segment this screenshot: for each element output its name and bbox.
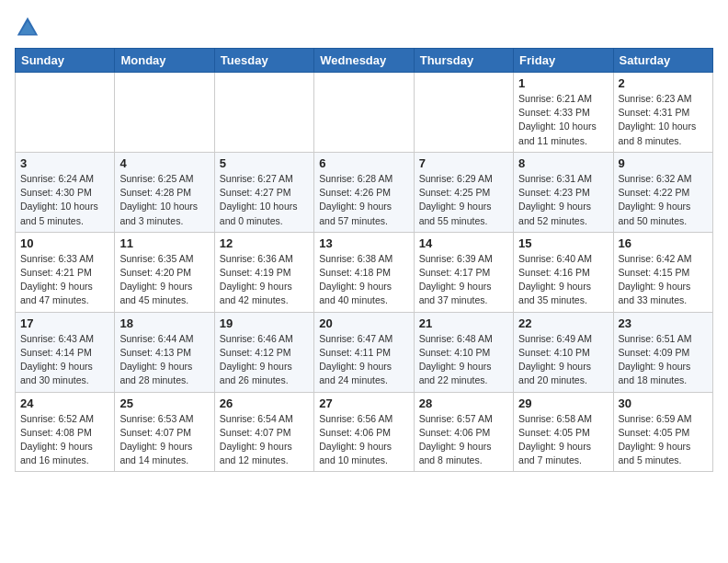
calendar-cell: 9Sunrise: 6:32 AM Sunset: 4:22 PM Daylig… bbox=[613, 152, 712, 232]
day-info: Sunrise: 6:31 AM Sunset: 4:23 PM Dayligh… bbox=[518, 172, 608, 228]
day-info: Sunrise: 6:29 AM Sunset: 4:25 PM Dayligh… bbox=[419, 172, 508, 228]
logo-icon bbox=[15, 15, 40, 40]
header-day-wednesday: Wednesday bbox=[314, 49, 414, 73]
header-day-saturday: Saturday bbox=[613, 49, 712, 73]
day-number: 9 bbox=[619, 156, 708, 170]
day-info: Sunrise: 6:52 AM Sunset: 4:08 PM Dayligh… bbox=[20, 412, 109, 468]
day-number: 27 bbox=[319, 396, 408, 410]
day-info: Sunrise: 6:46 AM Sunset: 4:12 PM Dayligh… bbox=[220, 332, 309, 388]
day-info: Sunrise: 6:53 AM Sunset: 4:07 PM Dayligh… bbox=[119, 412, 209, 468]
day-number: 30 bbox=[619, 396, 708, 410]
day-info: Sunrise: 6:35 AM Sunset: 4:20 PM Dayligh… bbox=[119, 252, 209, 308]
calendar-cell bbox=[115, 73, 214, 153]
calendar-cell: 15Sunrise: 6:40 AM Sunset: 4:16 PM Dayli… bbox=[514, 232, 613, 312]
calendar-cell: 17Sunrise: 6:43 AM Sunset: 4:14 PM Dayli… bbox=[16, 312, 115, 392]
calendar-cell: 6Sunrise: 6:28 AM Sunset: 4:26 PM Daylig… bbox=[314, 152, 414, 232]
calendar-cell bbox=[16, 73, 115, 153]
calendar-cell: 20Sunrise: 6:47 AM Sunset: 4:11 PM Dayli… bbox=[314, 312, 414, 392]
calendar-cell bbox=[214, 73, 313, 153]
day-info: Sunrise: 6:36 AM Sunset: 4:19 PM Dayligh… bbox=[220, 252, 309, 308]
day-info: Sunrise: 6:27 AM Sunset: 4:27 PM Dayligh… bbox=[220, 172, 309, 228]
calendar-cell bbox=[314, 73, 414, 153]
calendar-week-row: 1Sunrise: 6:21 AM Sunset: 4:33 PM Daylig… bbox=[16, 73, 713, 153]
day-info: Sunrise: 6:43 AM Sunset: 4:14 PM Dayligh… bbox=[20, 332, 109, 388]
day-number: 12 bbox=[220, 236, 309, 250]
day-number: 24 bbox=[20, 396, 109, 410]
calendar-week-row: 3Sunrise: 6:24 AM Sunset: 4:30 PM Daylig… bbox=[16, 152, 713, 232]
calendar-cell: 13Sunrise: 6:38 AM Sunset: 4:18 PM Dayli… bbox=[314, 232, 414, 312]
calendar-cell: 5Sunrise: 6:27 AM Sunset: 4:27 PM Daylig… bbox=[214, 152, 313, 232]
calendar-cell: 19Sunrise: 6:46 AM Sunset: 4:12 PM Dayli… bbox=[214, 312, 313, 392]
day-number: 25 bbox=[119, 396, 209, 410]
day-number: 28 bbox=[419, 396, 508, 410]
day-number: 18 bbox=[119, 316, 209, 330]
header-day-thursday: Thursday bbox=[414, 49, 513, 73]
calendar-cell: 1Sunrise: 6:21 AM Sunset: 4:33 PM Daylig… bbox=[514, 73, 613, 153]
calendar-cell: 25Sunrise: 6:53 AM Sunset: 4:07 PM Dayli… bbox=[115, 392, 214, 472]
day-number: 22 bbox=[518, 316, 608, 330]
calendar-cell: 3Sunrise: 6:24 AM Sunset: 4:30 PM Daylig… bbox=[16, 152, 115, 232]
calendar-cell: 10Sunrise: 6:33 AM Sunset: 4:21 PM Dayli… bbox=[16, 232, 115, 312]
day-number: 17 bbox=[20, 316, 109, 330]
day-info: Sunrise: 6:57 AM Sunset: 4:06 PM Dayligh… bbox=[419, 412, 508, 468]
calendar-cell: 26Sunrise: 6:54 AM Sunset: 4:07 PM Dayli… bbox=[214, 392, 313, 472]
day-info: Sunrise: 6:42 AM Sunset: 4:15 PM Dayligh… bbox=[619, 252, 708, 308]
day-number: 4 bbox=[119, 156, 209, 170]
day-info: Sunrise: 6:44 AM Sunset: 4:13 PM Dayligh… bbox=[119, 332, 209, 388]
calendar-cell: 28Sunrise: 6:57 AM Sunset: 4:06 PM Dayli… bbox=[414, 392, 513, 472]
header-day-tuesday: Tuesday bbox=[214, 49, 313, 73]
calendar-table: SundayMondayTuesdayWednesdayThursdayFrid… bbox=[15, 48, 713, 472]
calendar-header-row: SundayMondayTuesdayWednesdayThursdayFrid… bbox=[16, 49, 713, 73]
day-info: Sunrise: 6:32 AM Sunset: 4:22 PM Dayligh… bbox=[619, 172, 708, 228]
day-number: 14 bbox=[419, 236, 508, 250]
day-info: Sunrise: 6:23 AM Sunset: 4:31 PM Dayligh… bbox=[619, 92, 708, 148]
calendar-cell: 4Sunrise: 6:25 AM Sunset: 4:28 PM Daylig… bbox=[115, 152, 214, 232]
calendar-cell: 2Sunrise: 6:23 AM Sunset: 4:31 PM Daylig… bbox=[613, 73, 712, 153]
day-info: Sunrise: 6:25 AM Sunset: 4:28 PM Dayligh… bbox=[119, 172, 209, 228]
header-day-sunday: Sunday bbox=[16, 49, 115, 73]
day-number: 6 bbox=[319, 156, 408, 170]
calendar-cell: 16Sunrise: 6:42 AM Sunset: 4:15 PM Dayli… bbox=[613, 232, 712, 312]
day-info: Sunrise: 6:33 AM Sunset: 4:21 PM Dayligh… bbox=[20, 252, 109, 308]
day-number: 3 bbox=[20, 156, 109, 170]
day-number: 26 bbox=[220, 396, 309, 410]
calendar-cell: 30Sunrise: 6:59 AM Sunset: 4:05 PM Dayli… bbox=[613, 392, 712, 472]
day-number: 23 bbox=[619, 316, 708, 330]
day-info: Sunrise: 6:21 AM Sunset: 4:33 PM Dayligh… bbox=[518, 92, 608, 148]
calendar-cell: 11Sunrise: 6:35 AM Sunset: 4:20 PM Dayli… bbox=[115, 232, 214, 312]
calendar-cell: 12Sunrise: 6:36 AM Sunset: 4:19 PM Dayli… bbox=[214, 232, 313, 312]
day-info: Sunrise: 6:47 AM Sunset: 4:11 PM Dayligh… bbox=[319, 332, 408, 388]
day-info: Sunrise: 6:28 AM Sunset: 4:26 PM Dayligh… bbox=[319, 172, 408, 228]
day-number: 15 bbox=[518, 236, 608, 250]
calendar-cell bbox=[414, 73, 513, 153]
day-info: Sunrise: 6:48 AM Sunset: 4:10 PM Dayligh… bbox=[419, 332, 508, 388]
calendar-cell: 18Sunrise: 6:44 AM Sunset: 4:13 PM Dayli… bbox=[115, 312, 214, 392]
calendar-cell: 21Sunrise: 6:48 AM Sunset: 4:10 PM Dayli… bbox=[414, 312, 513, 392]
calendar-week-row: 24Sunrise: 6:52 AM Sunset: 4:08 PM Dayli… bbox=[16, 392, 713, 472]
day-info: Sunrise: 6:58 AM Sunset: 4:05 PM Dayligh… bbox=[518, 412, 608, 468]
day-info: Sunrise: 6:39 AM Sunset: 4:17 PM Dayligh… bbox=[419, 252, 508, 308]
day-number: 5 bbox=[220, 156, 309, 170]
day-info: Sunrise: 6:24 AM Sunset: 4:30 PM Dayligh… bbox=[20, 172, 109, 228]
calendar-cell: 8Sunrise: 6:31 AM Sunset: 4:23 PM Daylig… bbox=[514, 152, 613, 232]
day-number: 2 bbox=[619, 76, 708, 90]
day-number: 7 bbox=[419, 156, 508, 170]
day-number: 11 bbox=[119, 236, 209, 250]
day-info: Sunrise: 6:49 AM Sunset: 4:10 PM Dayligh… bbox=[518, 332, 608, 388]
day-info: Sunrise: 6:51 AM Sunset: 4:09 PM Dayligh… bbox=[619, 332, 708, 388]
day-number: 8 bbox=[518, 156, 608, 170]
day-number: 16 bbox=[619, 236, 708, 250]
header-day-friday: Friday bbox=[514, 49, 613, 73]
day-number: 13 bbox=[319, 236, 408, 250]
calendar-cell: 14Sunrise: 6:39 AM Sunset: 4:17 PM Dayli… bbox=[414, 232, 513, 312]
header-day-monday: Monday bbox=[115, 49, 214, 73]
calendar-cell: 7Sunrise: 6:29 AM Sunset: 4:25 PM Daylig… bbox=[414, 152, 513, 232]
day-info: Sunrise: 6:59 AM Sunset: 4:05 PM Dayligh… bbox=[619, 412, 708, 468]
day-info: Sunrise: 6:54 AM Sunset: 4:07 PM Dayligh… bbox=[220, 412, 309, 468]
day-number: 21 bbox=[419, 316, 508, 330]
day-info: Sunrise: 6:40 AM Sunset: 4:16 PM Dayligh… bbox=[518, 252, 608, 308]
calendar-week-row: 17Sunrise: 6:43 AM Sunset: 4:14 PM Dayli… bbox=[16, 312, 713, 392]
day-number: 20 bbox=[319, 316, 408, 330]
calendar-cell: 27Sunrise: 6:56 AM Sunset: 4:06 PM Dayli… bbox=[314, 392, 414, 472]
day-info: Sunrise: 6:56 AM Sunset: 4:06 PM Dayligh… bbox=[319, 412, 408, 468]
